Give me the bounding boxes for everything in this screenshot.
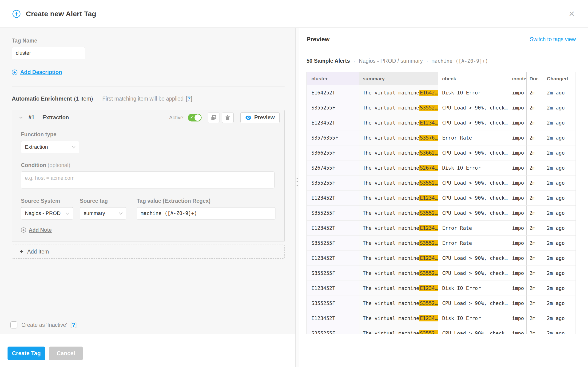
cell-summary: The virtual machine S3662… xyxy=(359,145,438,160)
highlight-chip: E1234… xyxy=(419,195,438,201)
table-row: S355255F The virtual machine S3552… Erro… xyxy=(307,236,576,251)
cell-duration: 2m xyxy=(527,115,544,130)
close-icon[interactable]: ✕ xyxy=(569,10,575,18)
table-row: S355255F The virtual machine S3552… CPU … xyxy=(307,266,576,281)
table-row: S3576355F The virtual machine S3576… Err… xyxy=(307,130,576,145)
table-row: E123452T The virtual machine E1234… Disk… xyxy=(307,311,576,326)
cell-summary: The virtual machine E1234… xyxy=(359,251,438,266)
cell-changed: 2m ago xyxy=(544,191,576,205)
cell-summary: The virtual machine E1234… xyxy=(359,311,438,326)
highlight-chip: S3552… xyxy=(419,300,438,306)
cell-changed: 2m ago xyxy=(544,145,576,160)
source-tag-select[interactable]: summary xyxy=(80,207,126,219)
preview-panel: Preview Switch to tags view 50 Sample Al… xyxy=(299,28,588,367)
enrichment-title: Automatic Enrichment xyxy=(12,95,72,102)
highlight-chip: S3552… xyxy=(419,210,438,216)
active-toggle[interactable]: ✓ xyxy=(188,114,202,121)
duplicate-item-button[interactable] xyxy=(208,113,219,123)
cell-cluster: S267455F xyxy=(307,160,359,175)
function-type-value: Extraction xyxy=(25,144,71,150)
table-row: S355255F The virtual machine S3552… CPU … xyxy=(307,100,576,115)
cell-check: CPU Load > 90%, check… xyxy=(438,251,511,266)
cell-check: Disk IO Error xyxy=(438,311,511,326)
dialog-footer: Create Tag Cancel xyxy=(0,334,295,367)
panel-splitter[interactable] xyxy=(295,28,299,367)
cell-changed: 2m ago xyxy=(544,221,576,235)
delete-item-button[interactable] xyxy=(222,113,233,123)
function-type-select[interactable]: Extraction xyxy=(21,141,79,153)
drag-handle-icon xyxy=(297,178,298,186)
column-header-duration: Dur. xyxy=(527,72,544,85)
add-description-link[interactable]: + Add Description xyxy=(12,69,285,75)
dialog-title: Create new Alert Tag xyxy=(26,10,96,18)
cell-changed: 2m ago xyxy=(544,160,576,175)
add-note-link[interactable]: + Add Note xyxy=(21,227,276,233)
tag-value-input[interactable]: machine ([A-Z0-9]+) xyxy=(137,207,276,219)
cell-cluster: E123452T xyxy=(307,115,359,130)
highlight-chip: S3552… xyxy=(419,105,438,111)
cell-check: CPU Load > 90%, check… xyxy=(438,326,511,334)
cell-duration: 2m xyxy=(527,281,544,296)
enrichment-hint: First matching item will be applied xyxy=(102,96,183,102)
plus-circle-icon: + xyxy=(12,70,17,75)
source-system-select[interactable]: Nagios - PROD xyxy=(21,207,73,219)
item-type-label: Extraction xyxy=(43,114,69,121)
cell-summary: The virtual machine S3552… xyxy=(359,175,438,190)
cell-incident: impo xyxy=(511,175,527,190)
switch-to-tags-view-link[interactable]: Switch to tags view xyxy=(530,36,576,42)
cell-incident: impo xyxy=(511,85,527,100)
cell-incident: impo xyxy=(511,115,527,130)
cell-check: Disk IO Error xyxy=(438,160,511,175)
help-icon[interactable]: [?] xyxy=(186,96,192,102)
table-row: E164252T The virtual machine E1642… Disk… xyxy=(307,85,576,100)
tag-form-panel: Tag Name cluster + Add Description Autom… xyxy=(0,28,295,367)
cell-check: Error Rate xyxy=(438,221,511,235)
cell-changed: 2m ago xyxy=(544,311,576,326)
create-tag-button[interactable]: Create Tag xyxy=(8,347,45,360)
help-icon[interactable]: [?] xyxy=(70,322,77,328)
cell-changed: 2m ago xyxy=(544,130,576,145)
cell-summary: The virtual machine E1234… xyxy=(359,221,438,235)
cell-duration: 2m xyxy=(527,145,544,160)
cell-incident: impo xyxy=(511,160,527,175)
enrichment-item-count: (1 item) xyxy=(74,95,93,102)
cell-check: Error Rate xyxy=(438,236,511,250)
cell-check: Error Rate xyxy=(438,130,511,145)
cell-check: Disk IO Error xyxy=(438,281,511,296)
section-divider xyxy=(12,86,285,86)
tag-name-input[interactable]: cluster xyxy=(12,47,85,59)
enrichment-item-header: #1 Extraction Active: ✓ xyxy=(12,110,284,125)
add-item-label: Add Item xyxy=(27,249,49,255)
cell-duration: 2m xyxy=(527,130,544,145)
table-row: E123452T The virtual machine E1234… Erro… xyxy=(307,221,576,236)
highlight-chip: E1234… xyxy=(419,285,438,291)
cell-changed: 2m ago xyxy=(544,175,576,190)
cell-summary: The virtual machine S3552… xyxy=(359,326,438,334)
cancel-button[interactable]: Cancel xyxy=(49,347,83,360)
cell-cluster: E123452T xyxy=(307,251,359,266)
item-preview-button[interactable]: Preview xyxy=(240,112,280,123)
cell-cluster: S355255F xyxy=(307,236,359,250)
enrichment-item-body: Function type Extraction Condition (opti… xyxy=(12,125,284,242)
add-item-button[interactable]: + Add Item xyxy=(12,245,285,259)
cell-incident: impo xyxy=(511,221,527,235)
cell-check: CPU Load > 90%, check… xyxy=(438,145,511,160)
cell-check: CPU Load > 90%, check… xyxy=(438,175,511,190)
source-system-value: Nagios - PROD xyxy=(25,210,65,217)
sample-alerts-table[interactable]: cluster summary check incide Dur. Change… xyxy=(306,72,576,334)
cell-incident: impo xyxy=(511,281,527,296)
check-icon: ✓ xyxy=(190,115,193,120)
condition-input[interactable]: e.g. host = acme.com xyxy=(21,172,275,188)
cell-cluster: S355255F xyxy=(307,296,359,311)
create-inactive-checkbox[interactable] xyxy=(10,321,17,328)
enrichment-section-header: Automatic Enrichment (1 item) · First ma… xyxy=(12,95,285,102)
cell-summary: The virtual machine S3576… xyxy=(359,130,438,145)
collapse-chevron-icon[interactable] xyxy=(18,115,23,120)
table-row: E123452T The virtual machine E1234… CPU … xyxy=(307,115,576,130)
cell-check: CPU Load > 90%, check… xyxy=(438,100,511,115)
cell-check: CPU Load > 90%, check… xyxy=(438,191,511,205)
highlight-chip: E1642… xyxy=(419,90,438,96)
tag-name-value: cluster xyxy=(16,50,31,56)
sample-source: Nagios - PROD / summary xyxy=(359,58,423,64)
cell-cluster: S355255F xyxy=(307,100,359,115)
